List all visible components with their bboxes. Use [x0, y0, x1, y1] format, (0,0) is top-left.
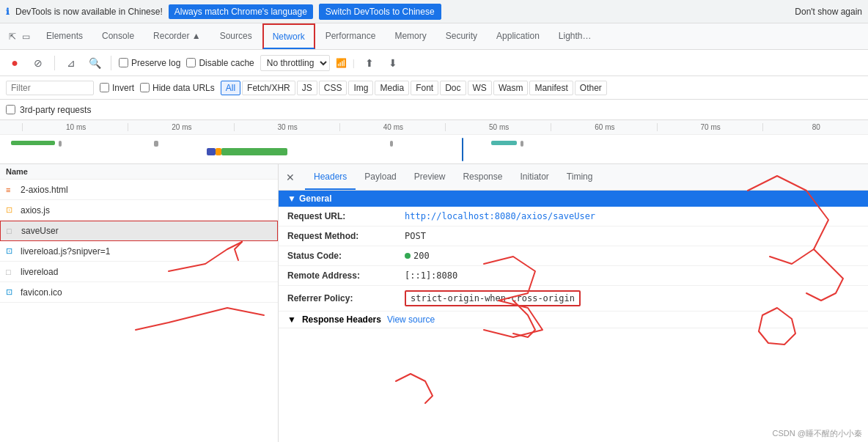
close-detail-btn[interactable]: ✕	[282, 170, 299, 185]
referrer-policy-key: Referrer Policy:	[287, 293, 405, 303]
file-name: livereload.js?snipver=1	[21, 246, 110, 257]
type-filter-buttons: All Fetch/XHR JS CSS Img Media Font Doc …	[221, 81, 607, 95]
mark-70ms: 70 ms	[657, 123, 762, 131]
type-font-btn[interactable]: Font	[411, 81, 438, 95]
general-section-header: ▼ General	[279, 191, 868, 207]
tab-network[interactable]: Network	[262, 23, 315, 49]
favicon-icon: ⊡	[6, 287, 16, 297]
mark-20ms: 20 ms	[128, 123, 233, 131]
filter-icon[interactable]: ⊿	[62, 54, 80, 72]
right-panel: ✕ Headers Payload Preview Response Initi…	[279, 164, 868, 442]
triangle-icon: ▼	[287, 314, 296, 325]
file-livereload-snip[interactable]: ⊡ livereload.js?snipver=1	[0, 241, 278, 262]
file-name: axios.js	[21, 205, 50, 216]
type-manifest-btn[interactable]: Manifest	[529, 81, 573, 95]
file-name: livereload	[21, 267, 58, 277]
js-icon: ⊡	[6, 205, 16, 215]
mark-30ms: 30 ms	[234, 123, 339, 131]
type-all-btn[interactable]: All	[221, 81, 240, 95]
type-ws-btn[interactable]: WS	[468, 81, 492, 95]
type-fetch-btn[interactable]: Fetch/XHR	[242, 81, 295, 95]
file-axios-js[interactable]: ⊡ axios.js	[0, 200, 278, 221]
left-panel: Name ≡ 2-axios.html ⊡ axios.js □ saveUse…	[0, 164, 279, 442]
file-name: favicon.ico	[21, 287, 62, 298]
invert-checkbox[interactable]: Invert	[100, 83, 134, 93]
tab-elements[interactable]: Elements	[37, 23, 92, 49]
status-dot	[405, 253, 411, 259]
remote-address-key: Remote Address:	[287, 270, 405, 281]
tab-preview[interactable]: Preview	[405, 164, 455, 190]
status-code-val: 200	[405, 251, 430, 261]
type-img-btn[interactable]: Img	[348, 81, 373, 95]
response-headers-section: ▼ Response Headers View source	[279, 312, 868, 328]
request-method-val: POST	[405, 231, 426, 241]
status-code-row: Status Code: 200	[279, 246, 868, 266]
section-title: General	[299, 194, 332, 204]
notif-text: DevTools is now available in Chinese!	[15, 7, 163, 17]
tab-lighthouse[interactable]: Lighth…	[550, 23, 600, 49]
referrer-policy-row: Referrer Policy: strict-origin-when-cros…	[279, 286, 868, 312]
disable-cache-checkbox[interactable]: Disable cache	[186, 58, 254, 68]
hide-data-urls-checkbox[interactable]: Hide data URLs	[140, 83, 215, 93]
third-party-checkbox[interactable]	[6, 105, 15, 114]
file-name: 2-axios.html	[21, 185, 68, 195]
info-icon: ℹ	[6, 7, 10, 17]
mark-50ms: 50 ms	[445, 123, 551, 131]
type-js-btn[interactable]: JS	[297, 81, 317, 95]
remote-address-row: Remote Address: [::1]:8080	[279, 266, 868, 286]
status-code-key: Status Code:	[287, 251, 405, 261]
html-icon: ≡	[6, 185, 16, 194]
always-match-btn[interactable]: Always match Chrome's language	[169, 4, 313, 19]
network-timeline: 10 ms 20 ms 30 ms 40 ms 50 ms 60 ms 70 m…	[0, 120, 868, 164]
file-livereload[interactable]: □ livereload	[0, 262, 278, 282]
request-method-row: Request Method: POST	[279, 226, 868, 246]
request-url-key: Request URL:	[287, 211, 405, 221]
main-split: Name ≡ 2-axios.html ⊡ axios.js □ saveUse…	[0, 164, 868, 442]
tab-console[interactable]: Console	[93, 23, 143, 49]
type-wasm-btn[interactable]: Wasm	[493, 81, 529, 95]
type-css-btn[interactable]: CSS	[319, 81, 347, 95]
mark-40ms: 40 ms	[339, 123, 445, 131]
tab-security[interactable]: Security	[437, 23, 486, 49]
record-btn[interactable]: ●	[6, 54, 23, 72]
view-source-link[interactable]: View source	[387, 314, 435, 325]
detail-tab-bar: ✕ Headers Payload Preview Response Initi…	[279, 164, 868, 191]
timeline-bars	[0, 135, 868, 163]
throttle-select[interactable]: No throttling	[260, 55, 330, 71]
tab-memory[interactable]: Memory	[386, 23, 435, 49]
tab-payload[interactable]: Payload	[356, 164, 405, 190]
name-column-header: Name	[0, 164, 278, 180]
request-url-val: http://localhost:8080/axios/saveUser	[405, 211, 595, 221]
tab-sources[interactable]: Sources	[211, 23, 261, 49]
download-icon[interactable]: ⬇	[384, 54, 402, 72]
search-icon[interactable]: 🔍	[86, 54, 103, 72]
filter-input[interactable]	[6, 81, 94, 95]
wifi-icon[interactable]: 📶	[336, 58, 347, 68]
cursor-icon[interactable]: ⇱	[9, 32, 16, 42]
device-icon[interactable]: ▭	[22, 32, 30, 42]
dont-show-link[interactable]: Don't show again	[795, 7, 862, 17]
file-favicon[interactable]: ⊡ favicon.ico	[0, 282, 278, 303]
preserve-log-checkbox[interactable]: Preserve log	[119, 58, 180, 68]
triangle-icon: ▼	[287, 194, 296, 204]
type-media-btn[interactable]: Media	[375, 81, 409, 95]
tab-timing[interactable]: Timing	[558, 164, 602, 190]
stop-btn[interactable]: ⊘	[29, 54, 47, 72]
file-2-axios-html[interactable]: ≡ 2-axios.html	[0, 180, 278, 200]
tab-recorder[interactable]: Recorder ▲	[144, 23, 210, 49]
upload-icon[interactable]: ⬆	[361, 54, 378, 72]
remote-address-val: [::1]:8080	[405, 270, 457, 281]
tab-response[interactable]: Response	[454, 164, 511, 190]
tab-headers[interactable]: Headers	[305, 164, 356, 190]
tab-application[interactable]: Application	[488, 23, 548, 49]
third-party-bar: 3rd-party requests	[0, 100, 868, 120]
switch-chinese-btn[interactable]: Switch DevTools to Chinese	[319, 4, 441, 20]
tab-initiator[interactable]: Initiator	[511, 164, 557, 190]
type-doc-btn[interactable]: Doc	[440, 81, 466, 95]
type-other-btn[interactable]: Other	[575, 81, 607, 95]
tab-performance[interactable]: Performance	[317, 23, 385, 49]
csdn-watermark: CSDN @睡不醒的小小秦	[773, 428, 862, 439]
mark-10ms: 10 ms	[22, 123, 128, 131]
devtools-tab-bar: ⇱ ▭ Elements Console Recorder ▲ Sources …	[0, 23, 868, 50]
file-save-user[interactable]: □ saveUser	[0, 221, 278, 241]
